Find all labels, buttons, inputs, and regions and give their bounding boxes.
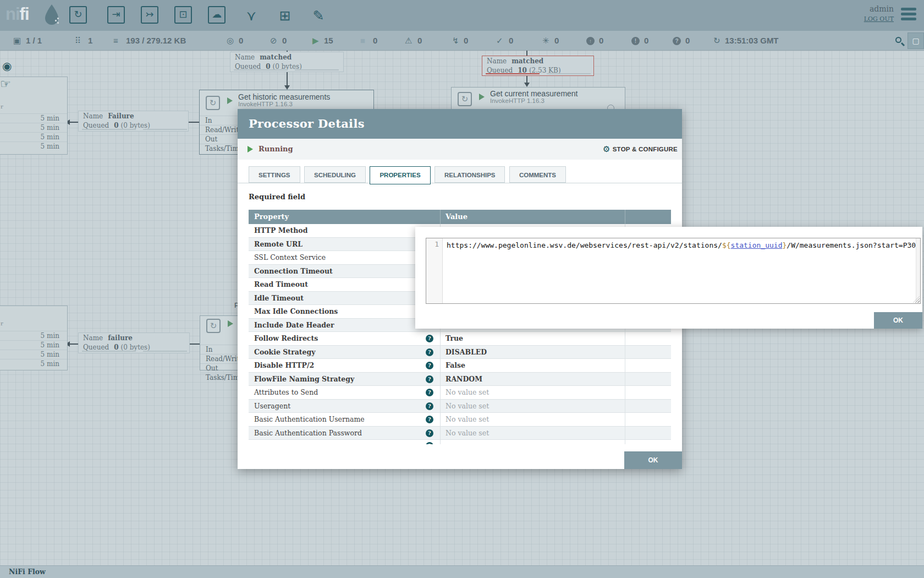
output-port-icon[interactable]: ↣ (141, 6, 160, 25)
nifi-logo: nifi (6, 4, 29, 24)
search-icon[interactable] (895, 37, 901, 43)
last-refresh-time: 13:51:03 GMT (725, 31, 779, 51)
connection-label-failure[interactable]: NameFailure Queued0(0 bytes) (78, 111, 189, 132)
up-to-date-icon: ✓ (496, 31, 503, 51)
stopped-count: 0 (373, 31, 377, 51)
table-row: Basic Authentication Username ? No value… (249, 413, 671, 427)
remote-process-group-icon[interactable]: ☁ (208, 6, 227, 25)
help-icon[interactable]: ? (426, 429, 433, 437)
table-row: Attributes to Send ? No value set (249, 386, 671, 400)
panel-toggle-button[interactable]: ▢ (908, 32, 924, 49)
input-port-icon[interactable]: ⇥ (107, 6, 126, 25)
table-row: FlowFile Naming Strategy ? RANDOM (249, 373, 671, 386)
table-row: Useragent ? No value set (249, 400, 671, 413)
clipped-processor[interactable]: r 5 min 5 min 5 min 5 min (0, 306, 68, 370)
invokehttp-icon: ↻ (206, 96, 220, 110)
processor-title: Get historic measurements (238, 92, 330, 101)
logout-link[interactable]: LOG OUT (864, 15, 894, 23)
processor-icon[interactable]: ↻ (69, 6, 88, 25)
tab-comments[interactable]: COMMENTS (509, 166, 566, 183)
stale-count: 0 (599, 31, 603, 51)
property-value[interactable]: No value set (446, 386, 489, 400)
invokehttp-icon: ↻ (206, 319, 221, 333)
template-icon[interactable]: ⊞ (276, 6, 294, 25)
locally-modified-count: 0 (554, 31, 559, 51)
help-icon[interactable]: ? (426, 335, 433, 342)
transmitting-icon: ◎ (227, 31, 234, 51)
queued-icon: ≡ (113, 31, 118, 51)
active-threads-count: 1 (88, 31, 92, 51)
funnel-icon[interactable]: ⋎ (242, 6, 261, 25)
stopped-icon: ■ (360, 31, 365, 51)
help-icon[interactable]: ? (426, 375, 433, 383)
running-state-icon (248, 146, 253, 152)
table-row: Disable HTTP/2 ? False (249, 359, 671, 373)
editor-ok-button[interactable]: OK (874, 312, 922, 329)
remote-url-value[interactable]: https://www.pegelonline.wsv.de/webservic… (447, 240, 919, 250)
cluster-count: 1 / 1 (26, 31, 42, 51)
stat-value: 5 min (0, 331, 67, 340)
help-icon[interactable]: ? (426, 362, 433, 369)
processor-run-status: Running (258, 139, 293, 160)
dialog-tabs: SETTINGS SCHEDULING PROPERTIES RELATIONS… (238, 166, 682, 183)
dialog-ok-button[interactable]: OK (624, 451, 682, 469)
backpressure-size-bar (547, 73, 591, 74)
property-value[interactable]: False (446, 359, 465, 373)
table-row-clipped: ? (249, 440, 671, 444)
property-value[interactable]: DISABLED (446, 346, 487, 359)
breadcrumb[interactable]: NiFi Flow (9, 566, 46, 578)
disabled-icon: ↯ (452, 31, 459, 51)
value-editor-popup: 1 https://www.pegelonline.wsv.de/webserv… (415, 227, 922, 329)
property-column-header: Property (254, 210, 289, 224)
transmitting-count: 0 (239, 31, 243, 51)
not-transmitting-icon: ⊘ (270, 31, 277, 51)
help-icon[interactable]: ? (426, 389, 433, 396)
required-field-note: Required field (249, 193, 305, 201)
current-user: admin (870, 4, 894, 13)
tab-relationships[interactable]: RELATIONSHIPS (435, 166, 505, 183)
running-icon: ▶ (312, 31, 319, 51)
backpressure-object-bar (486, 73, 540, 74)
refresh-icon[interactable]: ↻ (713, 31, 721, 51)
processor-type: InvokeHTTP 1.16.3 (238, 101, 293, 107)
connection-label-matched[interactable]: Namematched Queued0(0 bytes) (230, 52, 344, 72)
backpressure-object-bar (82, 129, 136, 130)
stale-icon: ↑ (586, 37, 595, 45)
help-icon[interactable]: ? (426, 416, 433, 423)
up-to-date-count: 0 (509, 31, 513, 51)
table-header: Property Value (249, 210, 671, 224)
connection-label-failure[interactable]: Namefailure Queued0(0 bytes) (78, 332, 190, 353)
tab-properties[interactable]: PROPERTIES (370, 166, 430, 184)
property-value[interactable]: No value set (446, 400, 489, 413)
help-icon[interactable]: ? (426, 348, 433, 356)
locally-modified-icon: ✳ (542, 31, 549, 51)
property-value[interactable]: No value set (446, 413, 489, 427)
clipped-hand-icon: ☞ (0, 77, 11, 91)
help-icon[interactable]: ? (426, 402, 433, 410)
breadcrumb-bar: NiFi Flow (0, 565, 924, 578)
stat-value: 5 min (0, 350, 67, 359)
global-menu-icon[interactable] (901, 8, 916, 23)
backpressure-object-bar (82, 351, 136, 352)
process-group-icon[interactable]: ⊡ (174, 6, 193, 25)
property-value[interactable]: True (446, 332, 463, 346)
dialog-status-row: Running ⚙STOP & CONFIGURE (238, 139, 682, 160)
invokehttp-icon: ↻ (458, 92, 472, 106)
tab-scheduling[interactable]: SCHEDULING (304, 166, 366, 183)
stop-and-configure-button[interactable]: ⚙STOP & CONFIGURE (603, 139, 678, 160)
gear-icon: ⚙ (603, 144, 610, 154)
locally-modified-stale-count: 0 (644, 31, 648, 51)
property-value[interactable]: RANDOM (446, 373, 482, 386)
sync-failure-count: 0 (685, 31, 690, 51)
connection-label-matched-alert[interactable]: Namematched Queued10(2.53 KB) (482, 56, 594, 76)
clipped-component-icon: ◉ (2, 59, 12, 73)
tab-settings[interactable]: SETTINGS (249, 166, 300, 183)
backpressure-size-bar (143, 129, 187, 130)
editor-scrollbar[interactable] (916, 238, 920, 303)
property-value[interactable]: No value set (446, 427, 489, 440)
code-editor[interactable]: 1 https://www.pegelonline.wsv.de/webserv… (426, 238, 921, 304)
label-icon[interactable]: ✎ (309, 6, 328, 25)
running-state-icon (227, 97, 233, 104)
sync-failure-icon: ? (673, 37, 681, 45)
app-header: nifi ↻ ⇥ ↣ ⊡ ☁ ⋎ ⊞ ✎ admin LOG OUT (0, 0, 924, 31)
